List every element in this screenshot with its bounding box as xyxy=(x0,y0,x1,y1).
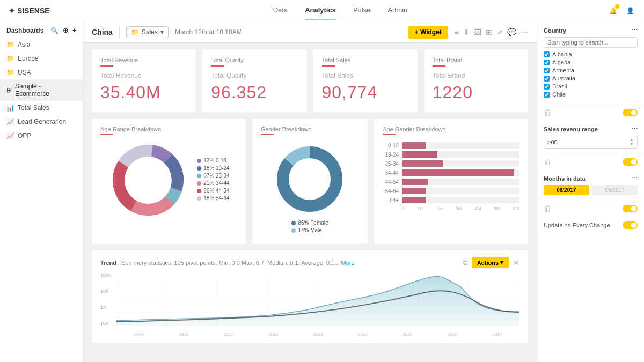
kpi-sales-value: 90,774 xyxy=(322,83,409,102)
delete-country-filter[interactable]: 🗑 xyxy=(544,108,551,117)
trend-svg-wrap xyxy=(116,272,519,326)
gender-card: Gender Breakdown 86% Female 14% xyxy=(252,119,368,244)
dashboard-icon: ⊞ xyxy=(6,86,12,94)
armenia-checkbox[interactable] xyxy=(544,68,550,73)
country-armenia: Armenia xyxy=(544,67,638,73)
kpi-brand-title: Total Brand xyxy=(433,72,519,79)
search-icon[interactable]: 🔍 xyxy=(50,27,58,34)
update-toggle[interactable] xyxy=(623,221,638,229)
months-title-label: Months in data xyxy=(544,175,586,182)
chevron-down-icon: ▾ xyxy=(160,28,164,36)
legend-male: 14% Male xyxy=(291,227,328,233)
share-icon[interactable]: ↗ xyxy=(496,28,503,36)
country-australia: Australia xyxy=(544,75,638,82)
trend-x-labels: 200920102011201220132014201520162017 xyxy=(116,332,519,337)
sidebar-item-europe[interactable]: 📁 Europe xyxy=(0,51,83,65)
svg-text:✦ SISENSE: ✦ SISENSE xyxy=(9,6,50,15)
trend-more[interactable]: More xyxy=(341,260,355,266)
sidebar-item-sample[interactable]: ⊞ Sample - Ecommerce xyxy=(0,79,83,101)
brazil-label: Brazil xyxy=(552,83,567,90)
arrow-down[interactable]: ▼ xyxy=(630,142,634,146)
age-range-title: Age Range Breakdown xyxy=(100,126,237,132)
sidebar-item-opp[interactable]: 📈 OPP xyxy=(0,129,83,143)
age-range-card: Age Range Breakdown xyxy=(92,119,246,244)
country-filter-toggle[interactable] xyxy=(623,109,638,116)
folder-selector[interactable]: 📁 Sales ▾ xyxy=(126,26,169,38)
albania-checkbox[interactable] xyxy=(544,51,550,57)
kpi-revenue: Total Revenue Total Revenue 35.40M xyxy=(92,49,196,112)
sidebar-item-usa[interactable]: 📁 USA xyxy=(0,65,83,79)
image-icon[interactable]: 🖼 xyxy=(474,28,481,36)
kpi-revenue-title: Total Revenue xyxy=(100,72,187,79)
more-options-icon[interactable]: ⋯ xyxy=(632,27,638,34)
bar-row-19-24: 19-24 xyxy=(383,151,519,158)
chile-checkbox[interactable] xyxy=(544,92,550,98)
sidebar-item-leadgen[interactable]: 📈 Lead Generarion xyxy=(0,115,83,129)
add-dashboard-icon[interactable]: ⊕ xyxy=(63,27,68,34)
download-icon[interactable]: ⬇ xyxy=(463,28,470,36)
folder-icon: 📁 xyxy=(6,55,14,62)
toolbar-date: March 12th at 10:18AM xyxy=(175,28,402,36)
sidebar-label-leadgen: Lead Generarion xyxy=(18,118,66,125)
country-chile: Chile xyxy=(544,91,638,98)
nav-pulse[interactable]: Pulse xyxy=(353,1,371,20)
months-filter: Months in data ⋯ 06/2017 06/2017 xyxy=(537,169,644,201)
algeria-checkbox[interactable] xyxy=(544,60,550,65)
user-icon[interactable]: 👤 xyxy=(625,5,635,16)
months-filter-toggle[interactable] xyxy=(623,205,638,212)
more-options-icon[interactable]: ⋯ xyxy=(632,125,638,132)
kpi-brand-label: Total Brand xyxy=(433,57,519,63)
legend-25-34: 07% 25-34 xyxy=(197,173,229,179)
notification-icon[interactable]: 🔔 xyxy=(608,5,618,16)
nav-right: 🔔 👤 xyxy=(608,5,635,16)
donut-center xyxy=(126,158,171,203)
expand-icon[interactable]: + xyxy=(72,27,76,34)
date-start-btn[interactable]: 06/2017 xyxy=(544,185,589,195)
sales-range-input[interactable]: >00 ▲ ▼ xyxy=(544,136,638,149)
bar-axis: 01M2M3M4M5M6M xyxy=(383,206,519,211)
kpi-brand: Total Brand Total Brand 1220 xyxy=(424,49,528,112)
chile-label: Chile xyxy=(552,91,566,98)
folder-icon: 📁 xyxy=(6,41,14,48)
logo: ✦ SISENSE xyxy=(9,6,52,16)
country-algeria: Algeria xyxy=(544,59,638,65)
format-icon[interactable]: ≡ xyxy=(455,28,459,36)
copy-icon[interactable]: ⧉ xyxy=(463,258,467,267)
sidebar-item-totalsales[interactable]: 📊 Total Sales xyxy=(0,101,83,115)
sales-filter-actions: 🗑 xyxy=(537,154,644,169)
sales-range-value: >00 xyxy=(547,139,558,145)
nav-data[interactable]: Data xyxy=(273,1,288,20)
country-filter-title: Country ⋯ xyxy=(544,27,638,34)
actions-button[interactable]: Actions ▾ xyxy=(472,257,509,268)
sales-filter-toggle[interactable] xyxy=(623,158,638,166)
kpi-revenue-label: Total Revenue xyxy=(100,57,187,63)
table-icon[interactable]: ⊞ xyxy=(486,28,492,36)
australia-checkbox[interactable] xyxy=(544,76,550,82)
kpi-quality-value: 96.352 xyxy=(211,83,298,102)
delete-sales-filter[interactable]: 🗑 xyxy=(544,158,551,166)
kpi-row: Total Revenue Total Revenue 35.40M Total… xyxy=(92,49,528,112)
delete-months-filter[interactable]: 🗑 xyxy=(544,204,551,213)
more-options-icon[interactable]: ⋯ xyxy=(632,175,638,182)
nav-analytics[interactable]: Analytics xyxy=(305,1,336,20)
sidebar-label-asia: Asia xyxy=(18,41,30,48)
update-label: Update on Every Change xyxy=(544,222,610,228)
toolbar: China 📁 Sales ▾ March 12th at 10:18AM + … xyxy=(83,21,537,43)
kpi-quality-label: Total Quality xyxy=(211,57,298,63)
country-search-input[interactable] xyxy=(544,37,638,48)
close-button[interactable]: ✕ xyxy=(513,258,519,267)
comment-icon[interactable]: 💬 xyxy=(507,28,516,36)
age-range-legend: 12% 0-18 18% 19-24 07% 25-34 21% 34-44 2… xyxy=(197,158,229,203)
sidebar-item-asia[interactable]: 📁 Asia xyxy=(0,38,83,51)
brazil-checkbox[interactable] xyxy=(544,84,550,90)
update-row: Update on Every Change xyxy=(537,216,644,234)
add-widget-button[interactable]: + Widget xyxy=(408,26,448,39)
gender-legend: 86% Female 14% Male xyxy=(291,220,328,235)
more-icon[interactable]: ⋯ xyxy=(521,28,528,36)
sidebar-title: Dashboards xyxy=(6,27,43,34)
legend-0-18: 12% 0-18 xyxy=(197,158,229,164)
kpi-quality: Total Quality Total Quality 96.352 xyxy=(202,49,306,112)
nav-admin[interactable]: Admin xyxy=(387,1,407,20)
date-end-btn[interactable]: 06/2017 xyxy=(592,185,638,195)
right-panel: Country ⋯ Albania Algeria Armenia Austra… xyxy=(537,21,644,362)
